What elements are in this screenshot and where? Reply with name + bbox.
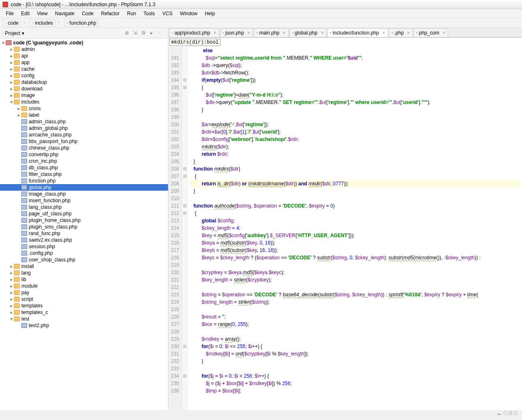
code-line[interactable]: $box = range(0, 255); [189,321,520,328]
tree-item[interactable]: ▾test [0,316,168,322]
code-line[interactable]: $j = ($j + $box[$i] + $rndkey[$i]) % 256… [189,380,520,387]
expand-icon[interactable]: ▾ [9,99,14,105]
locate-icon[interactable]: ⊕ [124,30,130,37]
tree-item[interactable]: plugin_sms_class.php [0,224,168,230]
editor-tab[interactable]: json.php× [220,28,253,37]
code-content[interactable]: else $sql="select regtime,userid from ".… [188,47,522,410]
menu-run[interactable]: Run [124,10,139,17]
tree-item[interactable]: bbs_passport_fun.php [0,138,168,145]
code-line[interactable]: $keyb = md5(substr($key, 16, 16)); [189,247,520,254]
tree-item[interactable]: ▸config [0,72,168,79]
expand-icon[interactable]: ▸ [9,86,14,92]
tree-item[interactable]: filter_class.php [0,171,168,178]
tree-item[interactable]: ▸databackup [0,79,168,85]
tree-item[interactable]: ▸admin [0,46,168,53]
breadcrumb-item[interactable]: includes [30,19,56,27]
close-icon[interactable]: × [321,30,324,36]
tree-item[interactable]: ▸pay [0,289,168,296]
code-line[interactable] [189,365,520,372]
tree-item[interactable]: arrcache_class.php [0,132,168,138]
code-line[interactable] [189,306,520,313]
tree-item[interactable]: insert_function.php [0,197,168,204]
menu-file[interactable]: File [2,10,17,17]
code-line[interactable]: return is_dir($dir) or (mkdirs(dirname($… [189,180,520,187]
menu-edit[interactable]: Edit [18,10,33,17]
code-line[interactable]: $string_length = strlen($string); [189,298,520,306]
dropdown-icon[interactable]: ▾ [22,30,24,36]
tree-item[interactable]: saetv2.ex.class.php [0,237,168,243]
expand-icon[interactable]: ▸ [9,309,14,315]
expand-icon[interactable]: ▸ [9,263,14,269]
code-line[interactable] [189,328,520,335]
expand-icon[interactable]: ▸ [9,53,14,59]
code-line[interactable]: $ckey_length = 4; [189,224,520,232]
close-icon[interactable]: × [214,30,216,36]
expand-icon[interactable]: ▸ [9,46,14,52]
tree-item[interactable]: rand_func.php [0,230,168,237]
code-line[interactable]: $ar=explode('-',$ut['regtime']); [189,121,520,128]
tree-item[interactable]: admin_global.php [0,125,168,132]
menu-view[interactable]: View [34,10,51,17]
code-line[interactable]: $rndkey[$i] = ord($cryptkey[$i % $key_le… [189,350,520,358]
code-line[interactable] [189,261,520,269]
menu-help[interactable]: Help [202,10,218,17]
tree-item[interactable]: db_class.php [0,164,168,171]
code-line[interactable]: $tmp = $box[$i]; [189,387,520,395]
close-icon[interactable]: × [247,30,250,36]
tree-item[interactable]: lang_class.php [0,204,168,210]
code-line[interactable]: $db ->query($sql); [189,62,520,69]
expand-icon[interactable]: ▸ [9,296,14,302]
tree-item[interactable]: ▸lang [0,270,168,276]
tree-item[interactable]: ▸install [0,263,168,270]
expand-icon[interactable]: ▸ [9,277,14,282]
close-icon[interactable]: × [442,30,445,36]
code-line[interactable]: $key = md5($config['authkey'].$_SERVER['… [189,232,520,239]
tree-item[interactable]: ▸templates [0,302,168,309]
code-line[interactable]: $keya = md5(substr($key, 0, 16)); [189,239,520,247]
tree-item[interactable]: plugin_home_class.php [0,217,168,224]
breadcrumb-item[interactable]: code [2,19,21,27]
editor-tab[interactable]: .php× [389,28,413,37]
expand-icon[interactable]: ▾ [1,40,6,46]
code-line[interactable]: $key_length = strlen($cryptkey); [189,276,520,284]
editor-tab[interactable]: includes\function.php× [327,28,388,37]
tree-item[interactable]: ▸cache [0,66,168,72]
expand-icon[interactable]: ▸ [9,79,14,85]
tree-item[interactable]: convertip.php [0,151,168,158]
code-line[interactable]: } [189,106,520,113]
tree-root[interactable]: ▾ code (C \guangyuyun\s .code) [0,39,168,46]
expand-icon[interactable]: ▸ [16,106,21,111]
expand-icon[interactable]: ▸ [9,66,14,72]
code-line[interactable]: } [189,358,520,365]
expand-icon[interactable]: ▸ [9,283,14,289]
tree-item[interactable]: ▸script [0,296,168,302]
code-line[interactable]: $rndkey = array(); [189,335,520,343]
code-line[interactable]: $dir=$config['webroot'].'/cache/shop/'.$… [189,136,520,143]
code-line[interactable] [189,284,520,291]
menu-refactor[interactable]: Refactor [98,10,123,17]
tree-item[interactable]: page_utf_class.php [0,210,168,217]
menu-tools[interactable]: Tools [140,10,158,17]
close-icon[interactable]: × [407,30,410,36]
editor-tab[interactable]: global.php× [290,28,327,37]
code-line[interactable] [189,195,520,202]
code-line[interactable]: $rdir=$ar[0].'/'.$ar[1].'/'.$ut['userid'… [189,128,520,136]
code-line[interactable]: mkdirs($dir); [189,143,520,150]
gear-icon[interactable]: ⚙ [140,30,147,37]
expand-icon[interactable]: ▸ [9,73,14,78]
tree-item[interactable]: image_class.php [0,191,168,197]
tree-item[interactable]: admin_class.php [0,118,168,125]
code-line[interactable]: { [189,210,520,217]
code-line[interactable]: function mkdirs($dir) [189,165,520,173]
code-editor[interactable]: 1911921931941951961971981992002012022032… [168,47,522,410]
collapse-icon[interactable]: ⇲ [132,30,138,37]
editor-tab[interactable]: main.php× [254,28,288,37]
breadcrumb-item[interactable]: function.php [64,19,99,27]
expand-icon[interactable]: ▾ [9,316,14,322]
code-line[interactable]: { [189,173,520,180]
tree-item[interactable]: user_shop_class.php [0,256,168,263]
menu-code[interactable]: Code [78,10,97,17]
tree-item[interactable]: ▸module [0,283,168,289]
tree-item[interactable]: cron_inc.php [0,158,168,164]
menu-window[interactable]: Window [177,10,201,17]
